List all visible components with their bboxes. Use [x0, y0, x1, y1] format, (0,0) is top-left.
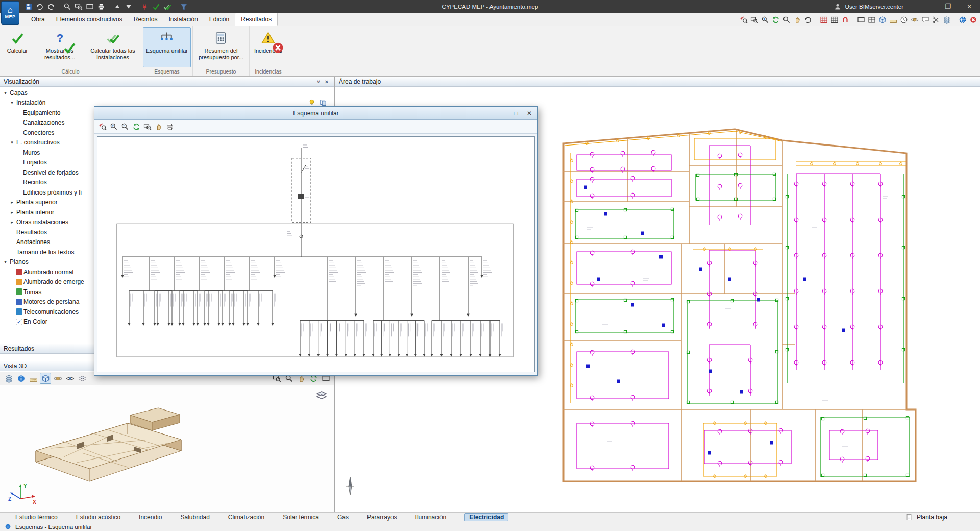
layers-icon[interactable]	[942, 15, 951, 25]
dlg-zoom-in-icon[interactable]	[109, 122, 118, 132]
bottom-tab-estudio-t-rmico[interactable]: Estudio térmico	[15, 514, 58, 521]
close-panel-icon[interactable]: ✕	[323, 78, 331, 86]
layer-color-icon[interactable]	[16, 299, 22, 305]
search-icon[interactable]	[62, 2, 72, 11]
expanded-arrow-icon[interactable]: ▾	[9, 100, 15, 105]
calcular-todas-button[interactable]: Calcular todas las instalaciones	[86, 27, 139, 67]
visibility-icon[interactable]	[64, 373, 76, 384]
clock-icon[interactable]	[899, 15, 909, 25]
tree-item-capas[interactable]: ▾Capas	[0, 88, 334, 98]
mostrar-resultados-button[interactable]: Mostrar los resultados...	[33, 27, 86, 67]
bottom-tab-gas[interactable]: Gas	[337, 514, 349, 521]
maximize-button[interactable]: ❐	[937, 0, 959, 13]
collapsed-arrow-icon[interactable]: ▸	[9, 200, 15, 205]
plan-texts-icon[interactable]	[829, 15, 839, 25]
zoom-in-icon[interactable]	[760, 15, 770, 25]
dialog-close-button[interactable]: ✕	[523, 108, 535, 118]
menu-tab-elementos-constructivos[interactable]: Elementos constructivos	[51, 13, 128, 26]
zoom-previous-icon[interactable]	[739, 15, 748, 25]
bimserver-icon[interactable]	[840, 15, 850, 25]
layer-color-icon[interactable]	[16, 288, 22, 295]
bottom-tab-solar-t-rmica[interactable]: Solar térmica	[283, 514, 319, 521]
web-browser-icon[interactable]	[958, 15, 967, 25]
bottom-tab-incendio[interactable]: Incendio	[139, 514, 162, 521]
menu-tab-recintos[interactable]: Recintos	[128, 13, 163, 26]
connection-icon[interactable]	[140, 2, 150, 11]
checkbox-checked-icon[interactable]: ✓	[16, 319, 22, 325]
incidencias-button[interactable]: Incidencias	[251, 27, 285, 67]
selection-frame-icon[interactable]	[85, 2, 94, 11]
floor-plan[interactable]	[556, 125, 975, 494]
error-list-icon[interactable]	[968, 15, 978, 25]
filter-icon[interactable]	[179, 2, 188, 11]
chevron-down-icon[interactable]: ˅	[314, 78, 323, 86]
dialog-canvas[interactable]	[97, 136, 535, 372]
dlg-zoom-out-icon[interactable]	[120, 122, 130, 132]
tile-windows-icon[interactable]	[867, 15, 876, 25]
cut-icon[interactable]	[931, 15, 941, 25]
dlg-export-icon[interactable]	[165, 122, 175, 132]
layer-color-icon[interactable]	[16, 269, 22, 275]
zoom-window-icon[interactable]	[749, 15, 759, 25]
menu-tab-edicion[interactable]: Edición	[204, 13, 235, 26]
layers-3d-icon[interactable]	[3, 373, 14, 384]
snap-icon[interactable]	[877, 15, 887, 25]
iso-view-icon[interactable]	[77, 373, 88, 384]
bottom-tab-salubridad[interactable]: Salubridad	[180, 514, 209, 521]
user-account[interactable]: User BIMserver.center	[833, 2, 903, 11]
previous-view-icon[interactable]	[803, 15, 813, 25]
zoom-window-icon[interactable]	[74, 2, 83, 11]
view-orientation-icon[interactable]	[315, 389, 328, 403]
move-up-icon[interactable]	[112, 2, 122, 11]
minimize-button[interactable]: –	[916, 0, 937, 13]
plan-layers-icon[interactable]	[819, 15, 828, 25]
lightbulb-icon[interactable]	[308, 99, 316, 107]
bottom-tab-climatizaci-n[interactable]: Climatización	[228, 514, 264, 521]
bottom-tab-pararrayos[interactable]: Pararrayos	[367, 514, 397, 521]
orbit-icon[interactable]	[910, 15, 919, 25]
keyboard-entry-icon[interactable]	[888, 15, 898, 25]
dialog-maximize-button[interactable]: □	[510, 108, 522, 118]
orbit-3d-icon[interactable]	[52, 373, 63, 384]
menu-tab-instalacion[interactable]: Instalación	[163, 13, 203, 26]
dlg-redraw-icon[interactable]	[131, 122, 141, 132]
dlg-zoom-window-icon[interactable]	[142, 122, 152, 132]
check-all-icon[interactable]	[162, 2, 172, 11]
dialog-title-bar[interactable]: Esquema unifilar □ ✕	[94, 107, 537, 120]
esquema-unifilar-window[interactable]: Esquema unifilar □ ✕	[94, 106, 538, 376]
collapsed-arrow-icon[interactable]: ▸	[9, 220, 15, 225]
floor-selector[interactable]: Planta baja	[904, 512, 947, 522]
resumen-presupuesto-button[interactable]: Resumen del presupuesto por...	[194, 27, 248, 67]
expanded-arrow-icon[interactable]: ▾	[9, 140, 15, 145]
zoom-extents-icon[interactable]	[781, 15, 791, 25]
layer-color-icon[interactable]	[16, 279, 22, 285]
menu-tab-obra[interactable]: Obra	[26, 13, 51, 26]
undo-icon[interactable]	[35, 2, 44, 11]
info-icon[interactable]	[15, 373, 27, 384]
collapsed-arrow-icon[interactable]: ▸	[9, 210, 15, 215]
layer-color-icon[interactable]	[16, 308, 22, 315]
redraw-icon[interactable]	[771, 15, 780, 25]
calcular-button[interactable]: Calcular	[2, 27, 33, 67]
pan-icon[interactable]	[792, 15, 802, 25]
view3d-canvas[interactable]: Y Z X	[0, 385, 334, 512]
comment-icon[interactable]	[920, 15, 930, 25]
solid-view-icon[interactable]	[40, 373, 51, 384]
bottom-tab-electricidad[interactable]: Electricidad	[464, 513, 508, 521]
esquema-unifilar-button[interactable]: Esquema unifilar	[143, 27, 191, 67]
new-window-icon[interactable]	[856, 15, 866, 25]
dlg-pan-icon[interactable]	[154, 122, 163, 132]
expanded-arrow-icon[interactable]: ▾	[2, 90, 9, 95]
app-logo[interactable]: ⌂ MEP	[1, 1, 19, 25]
save-icon[interactable]	[23, 2, 33, 11]
copy-icon[interactable]	[319, 99, 327, 107]
print-icon[interactable]	[96, 2, 106, 11]
redo-icon[interactable]	[46, 2, 56, 11]
close-button[interactable]: ×	[959, 0, 980, 13]
check-icon[interactable]	[151, 2, 161, 11]
bottom-tab-estudio-ac-stico[interactable]: Estudio acústico	[76, 514, 120, 521]
menu-tab-resultados[interactable]: Resultados	[235, 13, 278, 26]
measure-icon[interactable]	[28, 373, 39, 384]
dlg-zoom-previous-icon[interactable]	[97, 122, 107, 132]
bottom-tab-iluminaci-n[interactable]: Iluminación	[415, 514, 447, 521]
